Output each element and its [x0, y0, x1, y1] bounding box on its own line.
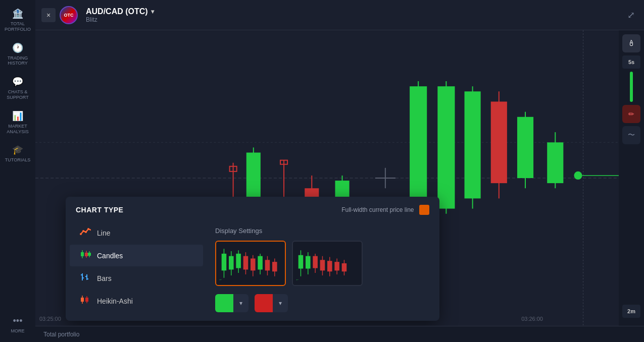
svg-text:←: ← [295, 277, 300, 282]
svg-rect-78 [327, 261, 332, 271]
svg-rect-72 [306, 256, 311, 269]
portfolio-label: Total portfolio [43, 331, 79, 338]
tutorials-icon: 🎓 [12, 144, 23, 155]
heikin-label: Heikin-Ashi [97, 297, 133, 305]
candle-previews: ← [215, 241, 431, 286]
time-2m-button[interactable]: 2m [622, 305, 640, 318]
svg-rect-82 [342, 263, 347, 271]
price-line-toggle[interactable] [419, 205, 429, 215]
sidebar-label-history: TRADINGHISTORY [8, 55, 28, 67]
svg-rect-57 [236, 254, 241, 268]
svg-point-32 [80, 233, 82, 235]
more-icon: ••• [13, 316, 23, 326]
red-color-selector[interactable]: ▾ [255, 294, 288, 312]
close-button[interactable]: × [41, 8, 56, 22]
line-label: Line [97, 229, 110, 237]
svg-rect-39 [85, 253, 88, 256]
portfolio-bar: Total portfolio [35, 326, 644, 342]
timestamp-right: 03:26:00 [521, 316, 543, 322]
svg-rect-29 [547, 142, 563, 183]
green-indicator-bar [630, 72, 633, 102]
sidebar-item-chats[interactable]: 💬 CHATS &SUPPORT [3, 72, 33, 104]
flag-text: OTC [64, 13, 74, 18]
chart-type-header: CHART TYPE Full-width current price line [66, 197, 439, 219]
pair-name: AUD/CAD (OTC) ▾ [86, 7, 154, 16]
tool-curve-button[interactable]: 〜 [622, 126, 640, 144]
chart-type-bars[interactable]: Bars [70, 267, 203, 289]
time-interval-group: 5s [622, 55, 640, 69]
tool-panel: 🕯 5s ✏ 〜 2m [619, 30, 644, 326]
chart-area: 03:25:00 03:26:00 🕯 5s ✏ 〜 2m CHART TYPE… [35, 30, 644, 326]
sidebar-item-history[interactable]: 🕐 TRADINGHISTORY [3, 38, 33, 71]
svg-text:←: ← [219, 277, 223, 282]
chart-type-dropdown: CHART TYPE Full-width current price line [66, 197, 439, 321]
svg-point-30 [574, 172, 582, 180]
history-icon: 🕐 [12, 42, 23, 53]
svg-rect-74 [313, 256, 318, 268]
sidebar-label-portfolio: TOTAL PORTFOLIO [5, 21, 31, 32]
sidebar-label-market: MARKETANALYSIS [7, 124, 28, 135]
svg-rect-53 [222, 254, 227, 270]
time-5s-button[interactable]: 5s [622, 55, 640, 69]
chart-type-candles[interactable]: Candles [70, 245, 203, 266]
svg-rect-76 [320, 260, 325, 270]
bars-label: Bars [97, 274, 112, 282]
sidebar-label-chats: CHATS &SUPPORT [7, 89, 28, 100]
candle-preview-2[interactable]: ← [292, 241, 363, 286]
heikin-chart-icon [80, 295, 91, 307]
svg-rect-51 [85, 298, 88, 302]
svg-rect-41 [88, 253, 91, 256]
chart-type-list: Line Can [66, 219, 207, 321]
red-color-dropdown-arrow: ▾ [273, 294, 288, 312]
sidebar-item-portfolio[interactable]: 🏦 TOTAL PORTFOLIO [3, 4, 33, 36]
line-chart-icon [80, 227, 91, 239]
sidebar-label-more: MORE [11, 328, 25, 334]
svg-rect-27 [517, 117, 533, 178]
svg-rect-80 [334, 262, 339, 270]
pair-subtitle: Blitz [86, 16, 154, 23]
topbar: × OTC AUD/CAD (OTC) ▾ Blitz ⤢ [35, 0, 644, 30]
svg-point-34 [85, 231, 87, 233]
candle-preview-1[interactable]: ← [215, 241, 286, 286]
display-settings-title: Display Settings [215, 227, 431, 235]
sidebar-item-more[interactable]: ••• MORE [3, 312, 33, 338]
svg-rect-37 [81, 252, 84, 256]
chats-icon: 💬 [12, 76, 23, 87]
sidebar-label-tutorials: TUTORIALS [5, 157, 30, 163]
dropdown-body: Line Can [66, 219, 439, 321]
svg-rect-49 [81, 298, 84, 302]
svg-rect-70 [299, 255, 304, 269]
price-line-label: Full-width current price line [341, 206, 414, 213]
candles-label: Candles [97, 252, 123, 260]
svg-point-35 [87, 228, 89, 230]
pair-info: AUD/CAD (OTC) ▾ Blitz [86, 7, 154, 23]
market-icon: 📊 [12, 110, 23, 122]
chart-type-title: CHART TYPE [76, 206, 123, 214]
pair-name-text: AUD/CAD (OTC) [86, 7, 148, 16]
portfolio-icon: 🏦 [12, 8, 23, 19]
tool-draw-button[interactable]: ✏ [622, 105, 640, 123]
price-line-control: Full-width current price line [341, 205, 429, 215]
svg-rect-65 [265, 260, 270, 270]
svg-rect-55 [229, 256, 234, 270]
pair-flag: OTC [60, 6, 78, 24]
green-color-swatch [215, 294, 233, 312]
chevron-down-icon[interactable]: ▾ [151, 8, 154, 15]
timestamp-left: 03:25:00 [39, 316, 61, 322]
green-color-dropdown-arrow: ▾ [233, 294, 249, 312]
sidebar-item-market[interactable]: 📊 MARKETANALYSIS [3, 106, 33, 139]
display-settings-panel: Display Settings [207, 219, 439, 321]
svg-rect-63 [258, 256, 263, 270]
chart-type-line[interactable]: Line [70, 222, 203, 244]
color-selectors: ▾ ▾ [215, 294, 431, 312]
sidebar-item-tutorials[interactable]: 🎓 TUTORIALS [3, 140, 33, 167]
chart-type-heikin[interactable]: Heikin-Ashi [70, 290, 203, 312]
svg-rect-21 [437, 86, 455, 208]
green-color-selector[interactable]: ▾ [215, 294, 249, 312]
tool-candle-button[interactable]: 🕯 [622, 34, 640, 52]
svg-rect-19 [410, 86, 427, 208]
red-color-swatch [255, 294, 273, 312]
pin-button[interactable]: ⤢ [624, 8, 638, 22]
candles-chart-icon [80, 250, 91, 261]
left-sidebar: 🏦 TOTAL PORTFOLIO 🕐 TRADINGHISTORY 💬 CHA… [0, 0, 35, 342]
